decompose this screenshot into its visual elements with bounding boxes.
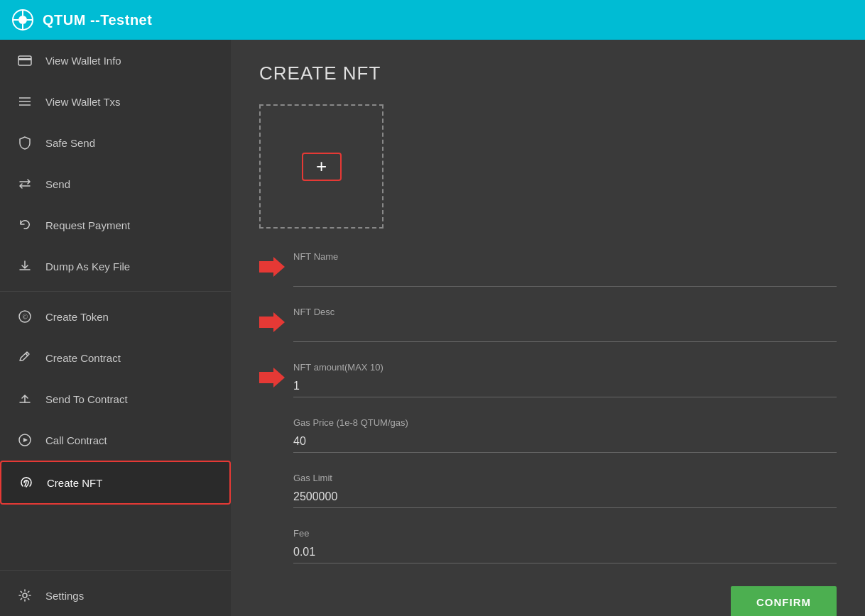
app-title: QTUM --Testnet (43, 12, 152, 28)
sidebar-label-dump-as-key-file: Dump As Key File (45, 260, 130, 273)
sidebar-divider-1 (0, 291, 231, 292)
sidebar-item-view-wallet-txs[interactable]: View Wallet Txs (0, 81, 231, 122)
svg-marker-17 (259, 257, 285, 277)
sidebar-item-create-token[interactable]: © Create Token (0, 296, 231, 337)
sidebar-item-request-payment[interactable]: Request Payment (0, 204, 231, 246)
gas-price-input[interactable] (293, 431, 837, 453)
sidebar-label-send-to-contract: Send To Contract (45, 393, 128, 405)
main-layout: View Wallet Info View Wallet Txs Safe Se… (0, 40, 865, 616)
gas-limit-label: Gas Limit (293, 473, 837, 483)
sidebar-label-send: Send (45, 178, 70, 190)
nft-name-input[interactable] (293, 265, 837, 287)
sidebar-item-settings[interactable]: Settings (0, 575, 231, 616)
sidebar-label-request-payment: Request Payment (45, 219, 130, 231)
transfer-icon (17, 176, 33, 192)
nft-name-field: NFT Name (293, 251, 837, 287)
sidebar-item-dump-as-key-file[interactable]: Dump As Key File (0, 246, 231, 287)
qtum-logo-icon (11, 9, 34, 31)
upload-icon (17, 391, 33, 407)
nft-desc-row: NFT Desc (259, 307, 837, 342)
page-title: CREATE NFT (259, 62, 837, 84)
copyright-icon: © (17, 309, 33, 324)
nft-amount-input[interactable] (293, 375, 837, 397)
svg-point-16 (23, 593, 27, 598)
sidebar-item-send-to-contract[interactable]: Send To Contract (0, 378, 231, 419)
sidebar-item-create-nft[interactable]: Create NFT (0, 461, 231, 505)
svg-marker-18 (259, 312, 285, 332)
nft-desc-field: NFT Desc (293, 307, 837, 342)
nft-name-arrow (259, 254, 285, 280)
list-icon (17, 94, 33, 109)
fee-row: Fee (259, 528, 837, 563)
nft-amount-row: NFT amount(MAX 10) (259, 362, 837, 397)
content-area: CREATE NFT + NFT Name (231, 40, 865, 616)
undo-icon (17, 217, 33, 233)
download-icon (17, 258, 33, 274)
wallet-card-icon (17, 53, 33, 68)
svg-rect-6 (18, 56, 31, 65)
svg-rect-7 (18, 58, 31, 60)
gas-price-row: Gas Price (1e-8 QTUM/gas) (259, 417, 837, 453)
gas-price-field: Gas Price (1e-8 QTUM/gas) (293, 417, 837, 453)
form-actions: CONFIRM (259, 586, 837, 616)
fee-label: Fee (293, 528, 837, 539)
gas-limit-input[interactable] (293, 486, 837, 508)
sidebar-spacer (0, 505, 231, 566)
nft-desc-input[interactable] (293, 320, 837, 342)
image-upload-area[interactable]: + (259, 104, 383, 229)
fingerprint-icon (18, 475, 34, 490)
sidebar-label-create-token: Create Token (45, 311, 109, 323)
fee-field: Fee (293, 528, 837, 563)
nft-desc-label: NFT Desc (293, 307, 837, 317)
svg-text:©: © (23, 313, 28, 321)
nft-amount-label: NFT amount(MAX 10) (293, 362, 837, 373)
nft-desc-arrow (259, 309, 285, 335)
sidebar-item-safe-send[interactable]: Safe Send (0, 122, 231, 163)
fee-input[interactable] (293, 541, 837, 563)
sidebar-label-view-wallet-info: View Wallet Info (45, 55, 121, 67)
gas-price-label: Gas Price (1e-8 QTUM/gas) (293, 417, 837, 428)
sidebar-item-send[interactable]: Send (0, 163, 231, 204)
sidebar-label-safe-send: Safe Send (45, 137, 95, 149)
plus-icon: + (316, 155, 327, 177)
nft-name-row: NFT Name (259, 251, 837, 287)
sidebar-label-settings: Settings (45, 590, 84, 602)
upload-add-button[interactable]: + (302, 153, 342, 181)
svg-point-1 (18, 16, 27, 24)
nft-amount-arrow (259, 365, 285, 390)
sidebar-item-view-wallet-info[interactable]: View Wallet Info (0, 40, 231, 81)
sidebar-item-call-contract[interactable]: Call Contract (0, 419, 231, 461)
sidebar-bottom-divider (0, 570, 231, 571)
app-header: QTUM --Testnet (0, 0, 865, 40)
svg-line-13 (26, 353, 28, 356)
sidebar-item-create-contract[interactable]: Create Contract (0, 337, 231, 378)
sidebar: View Wallet Info View Wallet Txs Safe Se… (0, 40, 231, 616)
sidebar-label-create-contract: Create Contract (45, 352, 121, 364)
confirm-button[interactable]: CONFIRM (731, 586, 837, 616)
sidebar-label-create-nft: Create NFT (47, 477, 102, 489)
nft-name-label: NFT Name (293, 251, 837, 262)
sidebar-label-call-contract: Call Contract (45, 434, 107, 446)
gas-limit-row: Gas Limit (259, 473, 837, 508)
pencil-icon (17, 350, 33, 365)
play-icon (17, 432, 33, 448)
svg-marker-19 (259, 368, 285, 387)
nft-amount-field: NFT amount(MAX 10) (293, 362, 837, 397)
gear-icon (17, 588, 33, 603)
svg-marker-15 (23, 438, 28, 442)
sidebar-label-view-wallet-txs: View Wallet Txs (45, 96, 121, 108)
gas-limit-field: Gas Limit (293, 473, 837, 508)
shield-icon (17, 135, 33, 150)
